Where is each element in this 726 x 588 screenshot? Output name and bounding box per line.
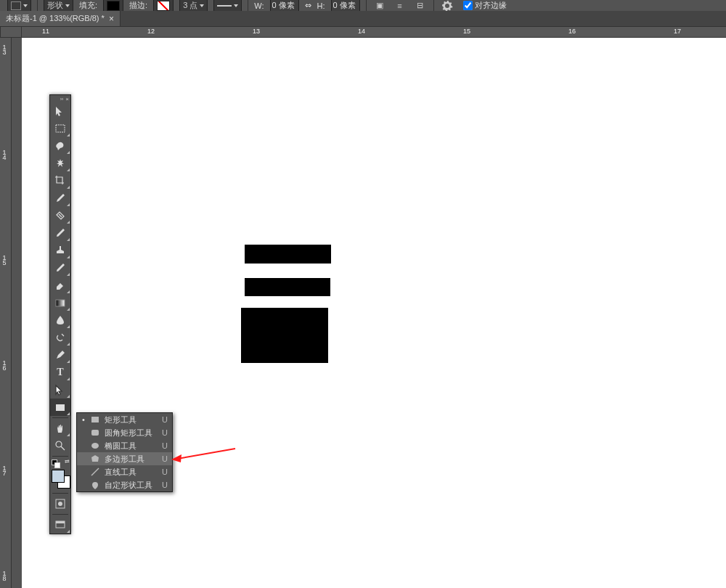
link-wh-icon[interactable]: ⇔ — [305, 1, 311, 10]
ruler-number: 15 — [1, 254, 8, 264]
close-icon[interactable]: × — [65, 96, 69, 102]
ruler-number: 16 — [1, 359, 8, 369]
ruler-number: 16 — [568, 28, 576, 35]
type-tool[interactable]: T — [50, 364, 70, 381]
heal-tool[interactable] — [50, 207, 70, 224]
zoom-tool[interactable] — [50, 437, 70, 454]
height-label: H: — [317, 1, 325, 10]
svg-line-11 — [91, 468, 99, 475]
ruler-number: 13 — [1, 44, 8, 54]
width-input[interactable] — [270, 0, 299, 11]
ruler-number: 12 — [147, 28, 155, 35]
wand-tool[interactable] — [50, 155, 70, 172]
svg-rect-2 — [56, 404, 65, 411]
flyout-item-label: 椭圆工具 — [105, 441, 158, 452]
color-swatches[interactable] — [50, 467, 70, 491]
fill-swatch-button[interactable] — [103, 0, 123, 11]
move-tool[interactable] — [50, 102, 70, 120]
marquee-tool[interactable] — [50, 120, 70, 137]
polygon-icon — [90, 454, 100, 464]
ruler-number: 17 — [674, 28, 681, 35]
ruler-horizontal[interactable]: 11121314151617 — [22, 26, 726, 38]
flyout-item-shortcut: U — [162, 441, 168, 450]
ruler-number: 13 — [253, 28, 260, 35]
close-icon[interactable]: × — [109, 14, 114, 24]
swap-colors-icon[interactable]: ⇄ — [50, 458, 70, 467]
line-icon — [90, 467, 100, 477]
shape-tool[interactable] — [50, 399, 70, 416]
tools-panel: ›› × T⇄ — [49, 94, 71, 534]
flyout-item-shortcut: U — [162, 481, 168, 489]
svg-marker-10 — [91, 455, 99, 462]
stroke-style-button[interactable] — [213, 0, 242, 11]
ruler-number: 11 — [42, 28, 49, 35]
pen-tool[interactable] — [50, 346, 70, 364]
stroke-label: 描边: — [129, 0, 147, 11]
options-bar: 形状 填充: 描边: 3 点 W: ⇔ H: ▣ ≡ ⊟ 对齐边缘 — [0, 0, 726, 11]
flyout-item-label: 矩形工具 — [105, 415, 158, 425]
gradient-tool[interactable] — [50, 294, 70, 311]
lasso-tool[interactable] — [50, 137, 70, 155]
ruler-number: 14 — [358, 28, 365, 35]
eraser-tool[interactable] — [50, 277, 70, 294]
tool-preset-button[interactable] — [7, 0, 31, 11]
shape-rect-2 — [245, 278, 330, 296]
svg-rect-8 — [91, 430, 99, 436]
dodge-tool[interactable] — [50, 329, 70, 346]
flyout-item-roundrect[interactable]: 圆角矩形工具 U — [77, 426, 172, 439]
path-arrange-icon[interactable]: ⊟ — [413, 0, 428, 11]
document-tab-title: 未标题-1 @ 133%(RGB/8) * — [6, 13, 105, 24]
gear-icon[interactable] — [440, 0, 454, 11]
flyout-item-line[interactable]: 直线工具 U — [77, 465, 172, 478]
crop-tool[interactable] — [50, 172, 70, 189]
flyout-item-shortcut: U — [162, 454, 168, 463]
flyout-item-polygon[interactable]: 多边形工具 U — [77, 452, 172, 465]
flyout-item-label: 自定形状工具 — [105, 480, 158, 491]
ruler-number: 14 — [1, 149, 8, 159]
foreground-swatch[interactable] — [52, 470, 65, 483]
blur-tool[interactable] — [50, 311, 70, 329]
align-edges-label: 对齐边缘 — [475, 0, 507, 11]
document-tab[interactable]: 未标题-1 @ 133%(RGB/8) * × — [0, 11, 121, 26]
path-align-icon[interactable]: ≡ — [393, 0, 407, 11]
shape-rect-1 — [245, 245, 331, 264]
flyout-item-custom[interactable]: 自定形状工具 U — [77, 478, 172, 491]
svg-rect-6 — [56, 521, 65, 523]
current-indicator: • — [81, 415, 86, 424]
height-input[interactable] — [331, 0, 360, 11]
svg-rect-1 — [56, 300, 65, 306]
brush-tool[interactable] — [50, 224, 70, 242]
mode-dropdown[interactable]: 形状 — [44, 0, 73, 11]
svg-rect-7 — [91, 417, 99, 422]
custom-icon — [90, 480, 100, 490]
tools-panel-header[interactable]: ›› × — [50, 95, 70, 102]
quick-mask-tool[interactable] — [50, 495, 70, 513]
svg-rect-0 — [56, 125, 65, 132]
history-brush-tool[interactable] — [50, 259, 70, 277]
hand-tool[interactable] — [50, 420, 70, 437]
flyout-item-label: 直线工具 — [105, 467, 158, 478]
stroke-swatch-button[interactable] — [153, 0, 174, 11]
path-select-tool[interactable] — [50, 381, 70, 399]
align-edges-checkbox[interactable] — [463, 1, 473, 10]
shape-tool-flyout: • 矩形工具 U 圆角矩形工具 U 椭圆工具 U 多边形工具 U 直线工具 U … — [76, 412, 173, 492]
screen-mode-tool[interactable] — [50, 516, 70, 534]
flyout-item-shortcut: U — [162, 428, 168, 437]
ruler-vertical[interactable]: 131415161718 — [0, 38, 12, 588]
mode-label: 形状 — [47, 0, 63, 11]
canvas[interactable] — [22, 38, 726, 588]
eyedropper-tool[interactable] — [50, 189, 70, 207]
path-ops-icon[interactable]: ▣ — [372, 0, 387, 11]
stroke-width-input[interactable]: 3 点 — [179, 0, 208, 11]
flyout-item-ellipse[interactable]: 椭圆工具 U — [77, 439, 172, 452]
flyout-item-shortcut: U — [162, 467, 168, 476]
ruler-number: 15 — [463, 28, 470, 35]
flyout-item-rect[interactable]: • 矩形工具 U — [77, 413, 172, 426]
stamp-tool[interactable] — [50, 242, 70, 259]
svg-point-4 — [58, 502, 62, 506]
shape-rect-3 — [241, 308, 328, 363]
ellipse-icon — [90, 441, 100, 451]
width-label: W: — [254, 1, 264, 10]
flyout-item-shortcut: U — [162, 415, 168, 424]
flyout-item-label: 多边形工具 — [105, 454, 158, 465]
